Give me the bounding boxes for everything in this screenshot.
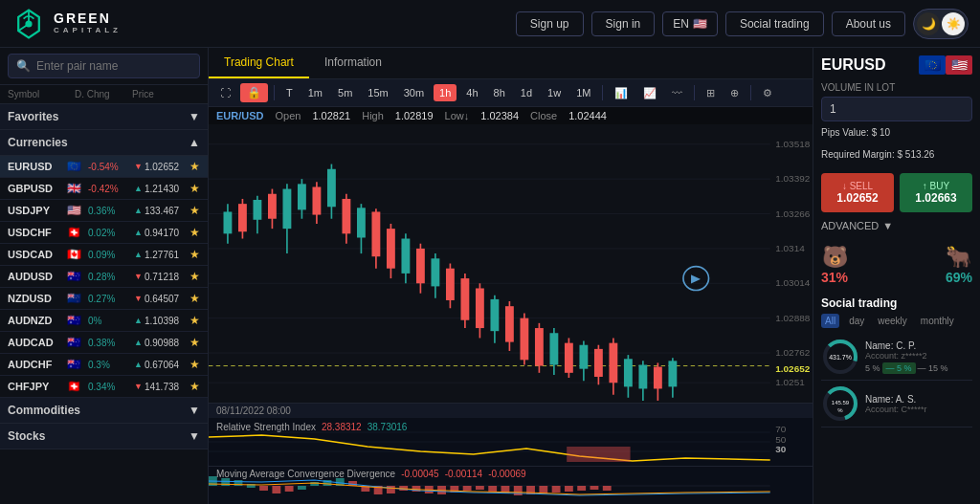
pair-flag: 🇦🇺	[67, 358, 88, 371]
svg-text:1.0314: 1.0314	[775, 243, 805, 253]
filter-monthly[interactable]: monthly	[917, 314, 958, 328]
header: GREENCAPITALZ Sign up Sign in EN 🇺🇸 Soci…	[0, 0, 980, 48]
pair-row-gbpusd[interactable]: GBPUSD 🇬🇧 -0.42% ▲ 1.21430 ★	[0, 178, 208, 200]
compare-button[interactable]: ⊞	[701, 84, 721, 102]
svg-rect-33	[312, 186, 321, 214]
buy-label: ↑ BUY	[903, 181, 969, 191]
pair-row-audcad[interactable]: AUDCAD 🇦🇺 0.38% ▲ 0.90988 ★	[0, 332, 208, 354]
signin-button[interactable]: Sign in	[591, 11, 656, 36]
tf-4h-button[interactable]: 4h	[460, 84, 483, 101]
tab-trading-chart[interactable]: Trading Chart	[209, 48, 309, 78]
svg-text:1.03014: 1.03014	[775, 278, 811, 289]
pair-price: 1.02652	[145, 162, 188, 172]
pair-symbol: USDCAD	[8, 249, 67, 260]
pair-row-usdcad[interactable]: USDCAD 🇨🇦 0.09% ▲ 1.27761 ★	[0, 244, 208, 266]
about-button[interactable]: About us	[832, 11, 905, 36]
pair-row-chfjpy[interactable]: CHFJPY 🇨🇭 0.34% ▼ 141.738 ★	[0, 376, 208, 398]
tab-information[interactable]: Information	[309, 48, 397, 78]
svg-rect-65	[549, 333, 558, 364]
social-filter: All day weekly monthly	[821, 314, 972, 328]
bar-chart-button[interactable]: 📈	[637, 84, 662, 102]
tf-1d-button[interactable]: 1d	[515, 84, 538, 101]
logo: GREENCAPITALZ	[11, 7, 122, 41]
svg-rect-27	[268, 194, 277, 219]
tf-T-button[interactable]: T	[280, 84, 299, 101]
up-arrow-icon: ▲	[134, 250, 143, 259]
chevron-down-icon: ▼	[189, 404, 200, 417]
bull-percent: 69%	[946, 270, 972, 285]
svg-text:30: 30	[775, 444, 786, 453]
theme-toggle: 🌙 ☀️	[913, 9, 969, 39]
svg-rect-31	[298, 184, 306, 209]
tf-8h-button[interactable]: 8h	[488, 84, 511, 101]
pair-row-audusd[interactable]: AUDUSD 🇦🇺 0.28% ▼ 0.71218 ★	[0, 266, 208, 288]
pair-price: 1.21430	[145, 184, 188, 194]
pair-symbol: USDJPY	[8, 205, 67, 216]
macd-val1: -0.00045	[401, 469, 438, 479]
section-currencies[interactable]: Currencies ▲	[0, 130, 208, 156]
sell-button[interactable]: ↓ SELL 1.02652	[821, 173, 894, 212]
pair-row-audchf[interactable]: AUDCHF 🇦🇺 0.3% ▲ 0.67064 ★	[0, 354, 208, 376]
col-chg: D. Chng	[75, 89, 132, 99]
volume-select[interactable]: 1 2 5 10	[821, 97, 972, 121]
settings-button[interactable]: ⚙	[757, 84, 778, 102]
pair-row-audnzd[interactable]: AUDNZD 🇦🇺 0% ▲ 1.10398 ★	[0, 310, 208, 332]
pips-info: Pips Value: $ 10	[821, 127, 972, 138]
social-trading-button[interactable]: Social trading	[725, 11, 824, 36]
chevron-down-icon: ▼	[189, 429, 200, 443]
pair-row-usdjpy[interactable]: USDJPY 🇺🇸 0.36% ▲ 133.467 ★	[0, 200, 208, 222]
section-favorites[interactable]: Favorites ▼	[0, 104, 208, 130]
lock-button[interactable]: 🔒	[240, 83, 268, 102]
pair-flag: 🇨🇦	[67, 248, 88, 261]
pair-row-eurusd[interactable]: EURUSD 🇪🇺 -0.54% ▼ 1.02652 ★	[0, 156, 208, 178]
chart-canvas[interactable]: 1.03518 1.03392 1.03266 1.0314 1.03014 1…	[209, 124, 813, 403]
line-chart-button[interactable]: 〰	[666, 84, 688, 101]
tf-15m-button[interactable]: 15m	[362, 84, 393, 101]
svg-rect-108	[387, 486, 395, 493]
pair-symbol: AUDCHF	[8, 359, 67, 370]
svg-rect-47	[416, 249, 425, 283]
tf-1w-button[interactable]: 1w	[542, 84, 567, 101]
section-stocks[interactable]: Stocks ▼	[0, 424, 208, 449]
pair-row-nzdusd[interactable]: NZDUSD 🇳🇿 0.27% ▼ 0.64507 ★	[0, 288, 208, 310]
tf-1h-button[interactable]: 1h	[434, 84, 457, 101]
up-arrow-icon: ▲	[134, 184, 143, 193]
filter-weekly[interactable]: weekly	[874, 314, 911, 328]
signup-button[interactable]: Sign up	[516, 11, 584, 36]
svg-rect-123	[577, 486, 586, 491]
crosshair-button[interactable]: ⊕	[724, 84, 745, 102]
trader-account-2: Account: C*****r	[865, 405, 972, 414]
search-input[interactable]	[36, 59, 191, 73]
logo-text: GREENCAPITALZ	[54, 11, 122, 34]
pair-flag: 🇨🇭	[67, 226, 88, 239]
search-box: 🔍	[0, 48, 208, 85]
tf-5m-button[interactable]: 5m	[332, 84, 358, 101]
svg-rect-1	[209, 124, 813, 403]
candle-chart-button[interactable]: 📊	[609, 84, 634, 102]
search-wrap[interactable]: 🔍	[8, 54, 200, 78]
pair-row-usdchf[interactable]: USDCHF 🇨🇭 0.02% ▲ 0.94170 ★	[0, 222, 208, 244]
advanced-toggle[interactable]: ADVANCED ▼	[821, 220, 972, 231]
pair-symbol: AUDNZD	[8, 315, 67, 326]
trader-name-2: Name: A. S.	[865, 394, 972, 405]
copy-pct-1: — 5 %	[882, 362, 916, 374]
dark-theme-button[interactable]: 🌙	[917, 12, 940, 35]
pair-symbol: EURUSD	[8, 161, 67, 172]
language-button[interactable]: EN 🇺🇸	[662, 11, 718, 36]
margin-info: Required Margin: $ 513.26	[821, 149, 972, 160]
svg-rect-21	[223, 211, 232, 233]
tf-1m-button[interactable]: 1m	[302, 84, 328, 101]
fullscreen-button[interactable]: ⛶	[214, 84, 236, 101]
star-icon: ★	[189, 204, 200, 217]
svg-rect-43	[387, 229, 395, 269]
tf-1M-button[interactable]: 1M	[570, 84, 596, 101]
section-commodities[interactable]: Commodities ▼	[0, 398, 208, 424]
filter-all[interactable]: All	[821, 314, 839, 328]
filter-day[interactable]: day	[845, 314, 868, 328]
star-icon: ★	[189, 270, 200, 283]
svg-rect-39	[357, 208, 366, 237]
svg-rect-61	[520, 318, 528, 361]
buy-button[interactable]: ↑ BUY 1.02663	[900, 173, 972, 212]
tf-30m-button[interactable]: 30m	[398, 84, 430, 101]
light-theme-button[interactable]: ☀️	[942, 12, 965, 35]
